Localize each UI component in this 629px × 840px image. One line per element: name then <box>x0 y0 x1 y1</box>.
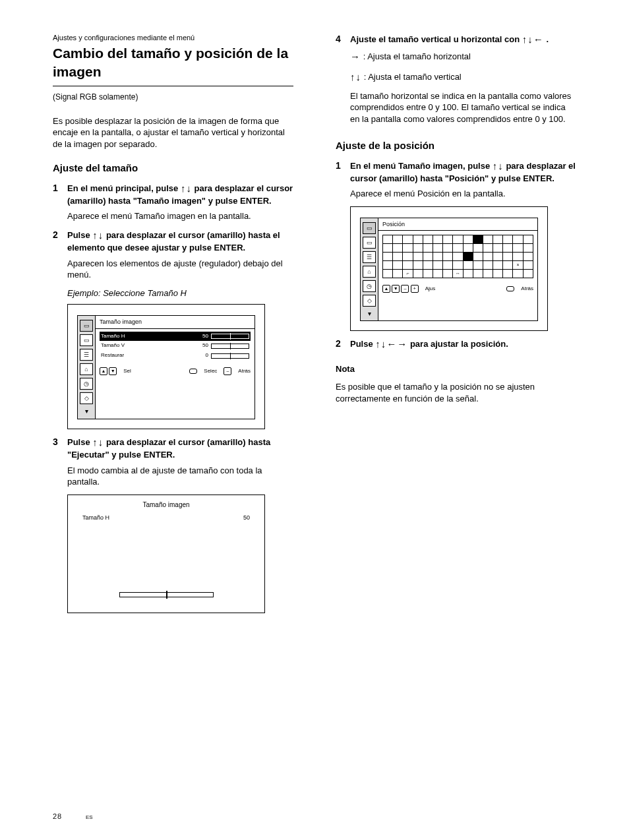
osd-position-menu: ▭ ▭ ☰ ⌂ ◷ ◇ ▾ Posición <box>350 206 548 332</box>
v-adjust-text: : Ajusta el tamaño vertical <box>364 71 462 81</box>
region-label: Ajustes y configuraciones mediante el me… <box>53 33 293 43</box>
example-label: Ejemplo: Seleccione Tamaño H <box>67 287 293 299</box>
osd-tab-icon: ◷ <box>80 378 93 390</box>
osd-size-menu: ▭ ▭ ☰ ⌂ ◷ ◇ ▾ Tamaño imagen Tamaño H <box>67 304 265 429</box>
osd-tab-icon: ▭ <box>80 320 93 332</box>
osd-content: × ⌐↔ <box>378 231 537 282</box>
step-4-text-a2: . <box>546 34 549 44</box>
osd-footer-label: Selec <box>204 368 217 375</box>
osd-row-label: Restaurar <box>101 352 183 359</box>
osd-tab-icon: ☰ <box>80 349 93 361</box>
note-heading: Nota <box>336 363 576 375</box>
document-title: Cambio del tamaño y posición de la image… <box>53 44 293 86</box>
note-body: Es posible que el tamaño y la posición n… <box>336 381 576 404</box>
slider-bar <box>211 344 249 349</box>
step-number: 4 <box>336 33 350 45</box>
up-key-icon: ▲ <box>100 367 107 375</box>
osd-body: Posición × ⌐↔ ▲ <box>378 218 538 322</box>
step-1: 1 En el menú principal, pulse ↑↓ para de… <box>53 182 293 207</box>
osd-more-icon: ▾ <box>85 407 88 416</box>
osd-footer: ▲ ▼ – + Ajus Atrás <box>378 282 537 294</box>
two-column-layout: Ajustes y configuraciones mediante el me… <box>53 33 576 620</box>
osd-inner: ▭ ▭ ☰ ⌂ ◷ ◇ ▾ Posición <box>360 218 538 322</box>
step-4-desc: El tamaño horizontal se indica en la pan… <box>350 90 576 125</box>
right-arrow-icon: → <box>350 50 361 63</box>
osd-tab-icon: ▭ <box>363 222 376 234</box>
osd-tab-icon: ◇ <box>363 295 376 307</box>
osd-row-value: 50 <box>183 333 211 340</box>
osd-tab-icon: ☰ <box>363 251 376 263</box>
fullpanel-bar <box>68 589 264 601</box>
pos-step-2-text-a: Pulse <box>350 339 375 349</box>
osd-footer-keys: ▲ ▼ – + <box>382 285 419 293</box>
osd-row: Tamaño V 50 <box>100 341 251 351</box>
up-down-left-arrows-icon: ↑↓← <box>522 33 544 46</box>
enter-key-icon <box>506 286 514 291</box>
fullpanel-item: Tamaño H <box>82 514 109 522</box>
osd-row-label: Tamaño H <box>101 333 183 340</box>
pos-step-2: 2 Pulse ↑↓←→ para ajustar la posición. <box>336 338 576 351</box>
step-number: 2 <box>336 338 350 350</box>
slider-bar <box>211 353 249 359</box>
section-heading-position: Ajuste de la posición <box>336 139 576 152</box>
osd-sidebar: ▭ ▭ ☰ ⌂ ◷ ◇ ▾ <box>360 218 378 322</box>
osd-footer-keys: ▲ ▼ <box>100 367 117 375</box>
osd-title: Posición <box>378 218 537 231</box>
down-key-icon: ▼ <box>109 367 117 375</box>
osd-inner: ▭ ▭ ☰ ⌂ ◷ ◇ ▾ Tamaño imagen Tamaño H <box>77 315 255 419</box>
step-number: 3 <box>53 436 67 448</box>
page: Ajustes y configuraciones mediante el me… <box>0 0 629 840</box>
osd-footer-label: Ajus <box>425 285 436 293</box>
osd-row: Tamaño H 50 <box>100 332 251 342</box>
arrow-right-desc: → : Ajusta el tamaño horizontal <box>350 50 576 63</box>
step-1-text-a: En el menú principal, pulse <box>67 183 181 193</box>
step-3-text-a: Pulse <box>67 436 92 446</box>
step-2-text-a: Pulse <box>67 230 92 240</box>
up-down-arrows-icon: ↑↓ <box>181 182 192 195</box>
step-number: 1 <box>336 160 350 172</box>
step-body: Pulse ↑↓ para desplazar el cursor (amari… <box>67 229 293 254</box>
osd-row-label: Tamaño V <box>101 342 183 349</box>
page-language: ES <box>86 814 93 822</box>
osd-content: Tamaño H 50 Tamaño V 50 Restaurar <box>96 329 255 365</box>
slider-bar <box>211 334 249 339</box>
osd-more-icon: ▾ <box>368 309 371 318</box>
mode-switch: El modo cambia al de ajuste de tamaño co… <box>67 465 293 488</box>
pos-appears: Aparece el menú Posición en la pantalla. <box>350 188 576 200</box>
position-grid: × ⌐↔ <box>382 235 533 278</box>
osd-footer-label: Sel <box>123 368 131 375</box>
fullpanel-title: Tamaño imagen <box>68 500 264 510</box>
step-4: 4 Ajuste el tamaño vertical u horizontal… <box>336 33 576 46</box>
up-down-arrows-icon: ↑↓ <box>92 436 104 449</box>
up-down-arrows-icon: ↑↓ <box>92 229 104 242</box>
adjust-appears: Aparecen los elementos de ajuste (regula… <box>67 258 293 281</box>
minus-key-icon: – <box>401 285 409 293</box>
osd-row-value: 50 <box>183 342 211 349</box>
fullpanel-value: 50 <box>243 514 250 522</box>
section-heading-size: Ajuste del tamaño <box>53 162 293 175</box>
back-key-icon: – <box>224 367 231 375</box>
menu-appears: Aparece el menú Tamaño imagen en la pant… <box>67 210 293 222</box>
osd-row-value: 0 <box>183 352 211 359</box>
page-number: 28 <box>53 812 62 822</box>
osd-footer: ▲ ▼ Sel Selec – Atrás <box>96 365 255 376</box>
osd-tab-icon: ⌂ <box>80 363 93 375</box>
step-3: 3 Pulse ↑↓ para desplazar el cursor (ama… <box>53 436 293 461</box>
osd-footer-label: Atrás <box>521 285 533 293</box>
pos-step-2-text-b: para ajustar la posición. <box>410 339 508 349</box>
osd-tab-icon: ▭ <box>363 237 376 249</box>
subtitle: (Signal RGB solamente) <box>53 92 293 102</box>
pos-step-1: 1 En el menú Tamaño imagen, pulse ↑↓ par… <box>336 160 576 185</box>
osd-fullscreen-adjust: Tamaño imagen Tamaño H 50 <box>67 495 265 613</box>
osd-footer-label: Atrás <box>238 368 251 375</box>
up-down-arrows-icon: ↑↓ <box>493 160 504 173</box>
h-adjust-text: : Ajusta el tamaño horizontal <box>363 51 471 61</box>
osd-tab-icon: ◇ <box>80 392 93 404</box>
step-body: En el menú Tamaño imagen, pulse ↑↓ para … <box>350 160 576 185</box>
right-column: 4 Ajuste el tamaño vertical u horizontal… <box>336 33 576 620</box>
osd-body: Tamaño imagen Tamaño H 50 Tamaño V 50 <box>95 315 255 419</box>
slider-segment <box>119 592 167 597</box>
all-arrows-icon: ↑↓←→ <box>375 338 407 351</box>
osd-sidebar: ▭ ▭ ☰ ⌂ ◷ ◇ ▾ <box>77 315 95 419</box>
down-key-icon: ▼ <box>392 285 400 293</box>
